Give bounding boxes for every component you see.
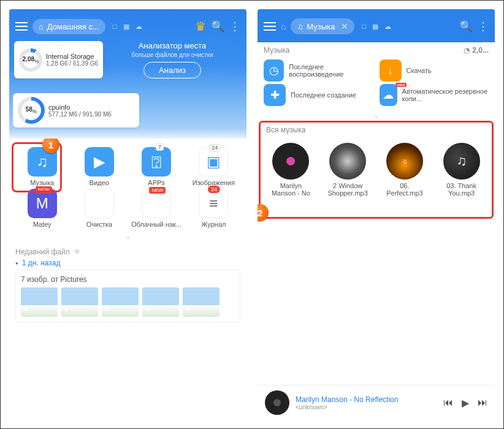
highlight-tracks [259, 121, 494, 219]
more-icon[interactable]: ⋮ [478, 20, 489, 33]
player-bar: Marilyn Manson - No Reflection <unknown>… [258, 385, 495, 420]
category-Видео[interactable]: ▶Видео [72, 147, 126, 186]
cpu-name: cpuinfo [48, 104, 112, 111]
category-APPs[interactable]: ⍰7APPs [130, 147, 183, 186]
search-icon[interactable]: 🔍 [211, 20, 224, 33]
cpu-card[interactable]: 58% cpuinfo 577,12 M6 / 991,90 M6 [13, 93, 139, 127]
next-icon[interactable]: ⏭ [478, 397, 487, 409]
quick-item[interactable]: ✚Последнее создание [264, 84, 373, 106]
storage-name: Internal Storage [46, 53, 98, 60]
cpu-size: 577,12 M6 / 991,90 M6 [48, 111, 112, 118]
chevron-down-icon[interactable]: ⌄ [15, 232, 240, 240]
quick-item[interactable]: ◷Последнее воспроизведение [264, 59, 373, 82]
tab-label: Домашняя с... [47, 22, 99, 31]
cpu-donut: 58% [18, 97, 45, 124]
thumb[interactable] [61, 287, 98, 317]
recent-card-title: 7 изобр. от Pictures [21, 275, 235, 284]
chevron-down-icon[interactable]: ⌄ [258, 111, 495, 120]
pie-icon[interactable]: ◔ [464, 46, 470, 55]
category-Очистка[interactable]: ✦Очистка [72, 189, 126, 228]
topbar: ⌂ Домашняя с... □▦☁ ♛ 🔍 ⋮ [13, 14, 243, 39]
cpu-row: 58% cpuinfo 577,12 M6 / 991,90 M6 [9, 89, 246, 139]
body-left: ♫Музыка▶Видео⍰7APPs▣24ИзображенияMNEWMat… [9, 139, 246, 420]
menu-icon[interactable] [15, 22, 28, 31]
storage-size: 1,28 G6 / 61,39 G6 [46, 60, 98, 67]
phone-left: ⌂ Домашняя с... □▦☁ ♛ 🔍 ⋮ 2,08% Internal… [9, 9, 246, 420]
quick-item[interactable]: ☁newАвтоматическое резервное копи... [380, 84, 489, 106]
storage-donut: 2,08% [19, 48, 42, 72]
player-title: Marilyn Manson - No Reflection [296, 395, 437, 404]
tab-home[interactable]: ⌂ Домашняя с... [32, 19, 105, 34]
recent-card[interactable]: 7 изобр. от Pictures [15, 270, 240, 322]
home-icon: ⌂ [39, 22, 44, 31]
size-badge: 2,0... [472, 46, 489, 55]
header-right: ⌂ ♫ Музыка ✕ □▦☁ 🔍 ⋮ [258, 9, 495, 42]
category-Журнал[interactable]: ≡24Журнал [187, 189, 240, 228]
music-icon: ♫ [297, 22, 303, 31]
close-icon[interactable]: ✕ [341, 21, 348, 31]
analyze-button[interactable]: Анализ [143, 62, 201, 78]
category-bar: Музыка ◔ 2,0... [258, 42, 495, 58]
recent-date: 1 дн. назад [15, 259, 240, 267]
analyzer-title: Анализатор места [105, 41, 239, 50]
quick-item[interactable]: ↓Скачать [380, 59, 489, 82]
analyzer-row: 2,08% Internal Storage 1,28 G6 / 61,39 G… [13, 39, 243, 83]
menu-icon[interactable] [264, 22, 276, 31]
tab-music[interactable]: ♫ Музыка ✕ [291, 18, 354, 34]
thumb[interactable] [183, 287, 220, 317]
topbar: ⌂ ♫ Музыка ✕ □▦☁ 🔍 ⋮ [261, 14, 491, 39]
storage-card[interactable]: 2,08% Internal Storage 1,28 G6 / 61,39 G… [14, 41, 103, 78]
header-left: ⌂ Домашняя с... □▦☁ ♛ 🔍 ⋮ 2,08% Internal… [9, 9, 246, 89]
analyzer-sub: больше файлов для очистки [105, 51, 239, 58]
phone-right: ⌂ ♫ Музыка ✕ □▦☁ 🔍 ⋮ Музыка ◔ 2,0... ◷По… [258, 9, 495, 420]
recent-thumbs [21, 287, 235, 317]
tab-label: Музыка [307, 22, 335, 31]
category-label: Музыка [264, 46, 289, 55]
thumb[interactable] [142, 287, 179, 317]
play-icon[interactable]: ▶ [462, 397, 469, 409]
recent-section-label: Недавний файл👁 [15, 248, 240, 256]
thumb[interactable] [21, 287, 58, 317]
nav-mini-icons: □▦☁ [362, 23, 391, 31]
category-Облачный нак...[interactable]: ☁NEWОблачный нак... [130, 189, 183, 228]
thumb[interactable] [102, 287, 139, 317]
quick-grid: ◷Последнее воспроизведение↓Скачать✚После… [258, 58, 495, 111]
analyzer-panel: Анализатор места больше файлов для очист… [105, 41, 239, 78]
nav-mini-icons: □▦☁ [113, 23, 142, 31]
home-icon[interactable]: ⌂ [281, 21, 286, 31]
player-artist: <unknown> [296, 404, 437, 411]
category-Изображения[interactable]: ▣24Изображения [187, 147, 240, 186]
prev-icon[interactable]: ⏮ [443, 397, 453, 409]
more-icon[interactable]: ⋮ [229, 20, 240, 33]
crown-icon[interactable]: ♛ [195, 19, 206, 34]
category-Matey[interactable]: MNEWMatey [15, 189, 69, 228]
player-album-icon[interactable] [265, 390, 289, 415]
search-icon[interactable]: 🔍 [459, 20, 473, 33]
